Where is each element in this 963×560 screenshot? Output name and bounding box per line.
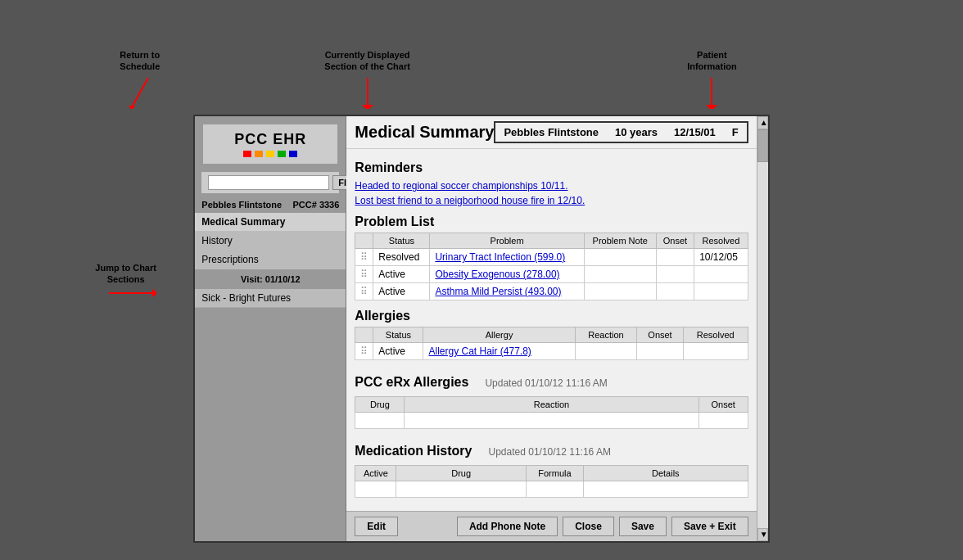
col-note-pl: Problem Note	[584, 233, 656, 249]
problem-2[interactable]: Asthma Mild Persist (493.00)	[430, 283, 584, 300]
status-1: Active	[373, 266, 430, 283]
allergy-status-0: Active	[373, 343, 423, 360]
drag-handle-2: ⠿	[355, 283, 373, 300]
onset-0	[656, 249, 694, 266]
resolved-2	[694, 283, 748, 300]
drag-handle-0: ⠿	[355, 249, 373, 266]
visit-header: Visit: 01/10/12	[195, 269, 346, 289]
footer-bar: Edit Add Phone Note Close Save Save + Ex…	[346, 511, 756, 541]
reminders-title: Reminders	[355, 160, 748, 175]
col-onset-pl: Onset	[656, 233, 694, 249]
col-allergy-al: Allergy	[423, 327, 575, 343]
drag-handle-1: ⠿	[355, 266, 373, 283]
col-resolved-pl: Resolved	[694, 233, 748, 249]
col-drag-pl	[355, 233, 373, 249]
logo-area[interactable]: PCC EHR	[201, 123, 339, 165]
col-drug-med: Drug	[396, 466, 527, 481]
med-empty-formula	[526, 481, 583, 498]
visit-item-sick[interactable]: Sick - Bright Futures	[195, 289, 346, 308]
scroll-thumb[interactable]	[757, 129, 768, 162]
med-table: Active Drug Formula Details	[355, 465, 748, 498]
footer-left: Edit	[355, 517, 398, 536]
dot-orange	[255, 151, 263, 157]
save-button[interactable]: Save	[619, 517, 667, 536]
note-0	[584, 249, 656, 266]
search-input[interactable]	[208, 175, 329, 190]
logo-dots	[210, 151, 331, 157]
erx-empty-onset	[699, 413, 748, 429]
problem-list-title: Problem List	[355, 215, 748, 229]
allergy-onset-0	[637, 343, 684, 360]
search-area: FIND	[201, 172, 339, 193]
patient-name-sidebar: Pebbles Flintstone	[201, 200, 282, 210]
content-scroll[interactable]: Reminders Headed to regional soccer cham…	[346, 149, 756, 511]
patient-info-annotation: PatientInformation	[687, 49, 737, 109]
resolved-0: 10/12/05	[694, 249, 748, 266]
right-panel: Medical Summary Pebbles Flintstone 10 ye…	[346, 116, 767, 541]
edit-button[interactable]: Edit	[355, 517, 398, 536]
col-formula-med: Formula	[526, 466, 583, 481]
med-empty-drug	[396, 481, 527, 498]
content-header: Medical Summary Pebbles Flintstone 10 ye…	[346, 116, 756, 149]
save-exit-button[interactable]: Save + Exit	[671, 517, 748, 536]
close-button[interactable]: Close	[563, 517, 614, 536]
col-drug-erx: Drug	[355, 397, 405, 413]
med-empty-details	[583, 481, 748, 498]
jump-sections-annotation: Jump to ChartSections	[95, 262, 156, 314]
return-schedule-annotation: Return toSchedule	[120, 49, 160, 109]
onset-1	[656, 266, 694, 283]
status-0: Resolved	[373, 249, 430, 266]
med-history-title: Medication History	[355, 444, 472, 458]
erx-empty-row	[355, 413, 748, 429]
dot-red	[243, 151, 251, 157]
erx-allergies-title: PCC eRx Allergies	[355, 375, 468, 390]
sidebar-item-medical-summary[interactable]: Medical Summary	[195, 213, 346, 232]
problem-1[interactable]: Obesity Exogenous (278.00)	[430, 266, 584, 283]
erx-header: PCC eRx Allergies Updated 01/10/12 11:16…	[355, 368, 748, 393]
allergy-name-0[interactable]: Allergy Cat Hair (477.8)	[423, 343, 575, 360]
med-history-updated: Updated 01/10/12 11:16 AM	[489, 446, 611, 458]
sidebar-item-history[interactable]: History	[195, 232, 346, 251]
reminder-item-1[interactable]: Lost best friend to a neigborhood house …	[355, 193, 748, 208]
col-reaction-al: Reaction	[575, 327, 637, 343]
allergies-title: Allergies	[355, 309, 748, 323]
col-status-al: Status	[373, 327, 423, 343]
scroll-up-arrow[interactable]: ▲	[757, 116, 768, 129]
erx-table: Drug Reaction Onset	[355, 396, 748, 429]
svg-marker-3	[362, 105, 373, 109]
problem-row-1: ⠿ Active Obesity Exogenous (278.00)	[355, 266, 748, 283]
col-onset-al: Onset	[637, 327, 684, 343]
logo-title: PCC EHR	[210, 131, 331, 148]
svg-line-0	[132, 78, 148, 107]
scroll-bar-right[interactable]: ▲ ▼	[757, 116, 768, 541]
allergies-table: Status Allergy Reaction Onset Resolved ⠿	[355, 327, 748, 360]
erx-empty-reaction	[405, 413, 699, 429]
scroll-track[interactable]	[757, 129, 768, 528]
main-window: PCC EHR FIND Pebbles Flintstone PCC#	[193, 115, 769, 543]
scroll-down-arrow[interactable]: ▼	[757, 528, 768, 541]
patient-pcc: PCC# 3336	[292, 200, 339, 210]
patient-header: Pebbles Flintstone PCC# 3336	[195, 196, 346, 213]
svg-marker-7	[152, 289, 156, 297]
reminder-item-0[interactable]: Headed to regional soccer championships …	[355, 178, 748, 193]
patient-name-header: Pebbles Flintstone	[504, 126, 599, 138]
med-header: Medication History Updated 01/10/12 11:1…	[355, 437, 748, 462]
footer-right: Add Phone Note Close Save Save + Exit	[457, 517, 748, 536]
onset-2	[656, 283, 694, 300]
problem-0[interactable]: Urinary Tract Infection (599.0)	[430, 249, 584, 266]
content-area: Medical Summary Pebbles Flintstone 10 ye…	[346, 116, 756, 541]
svg-marker-5	[706, 105, 717, 109]
sidebar-item-prescriptions[interactable]: Prescriptions	[195, 251, 346, 269]
resolved-1	[694, 266, 748, 283]
col-active-med: Active	[355, 466, 396, 481]
current-section-annotation: Currently DisplayedSection of the Chart	[324, 49, 410, 109]
dot-green	[278, 151, 286, 157]
note-1	[584, 266, 656, 283]
allergy-row-0: ⠿ Active Allergy Cat Hair (477.8)	[355, 343, 748, 360]
patient-dob: 12/15/01	[674, 126, 716, 138]
reminders-area: Headed to regional soccer championships …	[355, 178, 748, 208]
add-phone-note-button[interactable]: Add Phone Note	[457, 517, 558, 536]
allergy-resolved-0	[683, 343, 748, 360]
col-drag-al	[355, 327, 373, 343]
col-resolved-al: Resolved	[683, 327, 748, 343]
